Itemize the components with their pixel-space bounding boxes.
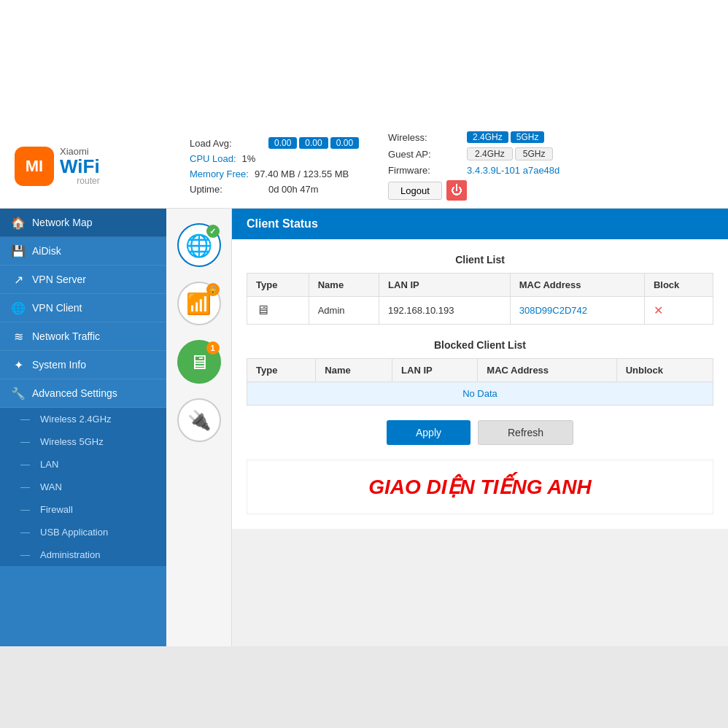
sidebar-sub-menu: — Wireless 2.4GHz — Wireless 5GHz — LAN … (0, 408, 166, 566)
client-table-header-row: Type Name LAN IP MAC Address Block (247, 274, 713, 297)
sub-label-wan: WAN (40, 481, 62, 492)
blocked-col-lan-ip: LAN IP (392, 359, 478, 382)
guest-ap-badges: 2.4GHz 5GHz (467, 147, 553, 160)
sidebar-label-system-info: System Info (32, 359, 86, 371)
sidebar-item-system-info[interactable]: ✦ System Info (0, 351, 166, 379)
logout-row: Logout ⏻ (388, 180, 559, 201)
sidebar: 🏠 Network Map 💾 AiDisk ↗ VPN Server 🌐 VP… (0, 209, 166, 646)
firmware-link[interactable]: 3.4.3.9L-101 a7ae48d (467, 165, 559, 176)
power-button[interactable]: ⏻ (446, 180, 467, 201)
col-block: Block (644, 274, 713, 297)
mac-address-link[interactable]: 308D99C2D742 (519, 305, 587, 316)
wrench-icon: 🔧 (12, 387, 25, 400)
memory-free-link[interactable]: Memory Free: (190, 169, 249, 179)
content-area: Client Status Client List Type Name LAN … (232, 209, 728, 646)
status-section: Load Avg: 0.00 0.00 0.00 CPU Load: 1% Me… (190, 131, 713, 201)
sidebar-label-network-traffic: Network Traffic (32, 330, 100, 342)
header: MI Xiaomi WiFi router Load Avg: 0.00 0.0… (0, 124, 728, 209)
promo-text: GIAO DIỆN TIẾNG ANH (368, 476, 592, 498)
sidebar-item-vpn-client[interactable]: 🌐 VPN Client (0, 294, 166, 322)
uptime-label: Uptime: (190, 184, 263, 195)
usb-device-icon[interactable]: 🔌 (177, 398, 221, 442)
mi-logo: MI (15, 147, 54, 186)
load-avg-2: 0.00 (299, 137, 328, 149)
cpu-load-link[interactable]: CPU Load: (190, 153, 236, 164)
sub-dash-3: — (20, 459, 30, 470)
wireless-badges: 2.4GHz 5GHz (467, 131, 544, 143)
sidebar-item-aidisk[interactable]: 💾 AiDisk (0, 237, 166, 266)
blocked-col-unblock: Unblock (616, 359, 713, 382)
uptime-row: Uptime: 0d 00h 47m (190, 184, 359, 195)
sub-label-wireless-5g: Wireless 5GHz (40, 436, 104, 447)
col-mac: MAC Address (510, 274, 644, 297)
sidebar-sub-wireless-5g[interactable]: — Wireless 5GHz (0, 430, 166, 453)
sub-label-lan: LAN (40, 459, 58, 470)
sidebar-sub-wan[interactable]: — WAN (0, 476, 166, 498)
sidebar-label-network-map: Network Map (32, 217, 92, 228)
client-name-cell: Admin (309, 297, 379, 325)
cpu-load-row: CPU Load: 1% (190, 153, 359, 164)
guest-ap-2g[interactable]: 2.4GHz (467, 147, 513, 160)
logout-button[interactable]: Logout (388, 182, 442, 200)
system-icon: ✦ (12, 358, 25, 371)
sidebar-sub-lan[interactable]: — LAN (0, 453, 166, 476)
vpn-server-icon: ↗ (12, 273, 25, 286)
sidebar-item-advanced-settings[interactable]: 🔧 Advanced Settings (0, 379, 166, 408)
traffic-icon: ≋ (12, 330, 25, 343)
col-name: Name (309, 274, 379, 297)
refresh-button[interactable]: Refresh (478, 420, 573, 445)
wireless-label: Wireless: (388, 132, 461, 143)
sub-label-wireless-2g: Wireless 2.4GHz (40, 414, 112, 425)
blocked-list-title: Blocked Client List (247, 339, 713, 351)
wireless-5g-badge[interactable]: 5GHz (511, 131, 545, 143)
usb-svg: 🔌 (187, 409, 211, 432)
sidebar-label-vpn-client: VPN Client (32, 302, 82, 314)
load-avg-badges: 0.00 0.00 0.00 (268, 137, 359, 149)
main-layout: 🏠 Network Map 💾 AiDisk ↗ VPN Server 🌐 VP… (0, 209, 728, 646)
logo-router: router (60, 176, 100, 186)
status-right: Wireless: 2.4GHz 5GHz Guest AP: 2.4GHz 5… (388, 131, 559, 201)
logo-text: Xiaomi WiFi router (60, 146, 100, 186)
firmware-row: Firmware: 3.4.3.9L-101 a7ae48d (388, 165, 559, 176)
blocked-col-name: Name (316, 359, 392, 382)
sub-dash-5: — (20, 504, 30, 515)
wifi-device-icon[interactable]: 📶 🔒 (177, 282, 221, 325)
guest-ap-label: Guest AP: (388, 149, 461, 160)
globe-check-badge: ✓ (206, 225, 220, 238)
load-avg-3: 0.00 (330, 137, 359, 149)
sub-dash-4: — (20, 481, 30, 492)
sub-dash-2: — (20, 436, 30, 447)
sidebar-item-network-traffic[interactable]: ≋ Network Traffic (0, 322, 166, 351)
home-icon: 🏠 (12, 216, 25, 229)
apply-button[interactable]: Apply (387, 420, 471, 445)
no-data-cell: No Data (247, 382, 713, 406)
client-block-cell: ✕ (644, 297, 713, 325)
blocked-col-mac: MAC Address (478, 359, 616, 382)
guest-ap-row: Guest AP: 2.4GHz 5GHz (388, 147, 559, 160)
guest-ap-5g[interactable]: 5GHz (515, 147, 554, 160)
globe-device-icon[interactable]: 🌐 ✓ (177, 223, 221, 267)
memory-row: Memory Free: 97.40 MB / 123.55 MB (190, 169, 359, 179)
sidebar-sub-firewall[interactable]: — Firewall (0, 498, 166, 521)
sidebar-sub-wireless-2g[interactable]: — Wireless 2.4GHz (0, 408, 166, 430)
wireless-2g-badge[interactable]: 2.4GHz (467, 131, 508, 143)
promo-banner: GIAO DIỆN TIẾNG ANH (247, 460, 713, 514)
status-left: Load Avg: 0.00 0.00 0.00 CPU Load: 1% Me… (190, 131, 359, 201)
monitor-device-icon[interactable]: 🖥 1 (177, 340, 221, 384)
sidebar-item-network-map[interactable]: 🏠 Network Map (0, 209, 166, 237)
action-buttons: Apply Refresh (247, 420, 713, 445)
sidebar-item-vpn-server[interactable]: ↗ VPN Server (0, 266, 166, 294)
blocked-table: Type Name LAN IP MAC Address Unblock No … (247, 358, 713, 406)
sidebar-sub-admin[interactable]: — Administration (0, 543, 166, 566)
icons-panel: 🌐 ✓ 📶 🔒 🖥 1 🔌 (166, 209, 232, 646)
client-type-icon: 🖥 (256, 303, 269, 317)
wifi-lock-badge: 🔒 (206, 283, 220, 296)
sidebar-sub-usb[interactable]: — USB Application (0, 521, 166, 543)
client-list-title: Client List (247, 254, 713, 266)
sub-dash-1: — (20, 414, 30, 425)
load-avg-row: Load Avg: 0.00 0.00 0.00 (190, 137, 359, 149)
firmware-label: Firmware: (388, 165, 461, 176)
load-avg-label: Load Avg: (190, 138, 263, 149)
block-button[interactable]: ✕ (654, 304, 663, 317)
sub-dash-7: — (20, 549, 30, 560)
